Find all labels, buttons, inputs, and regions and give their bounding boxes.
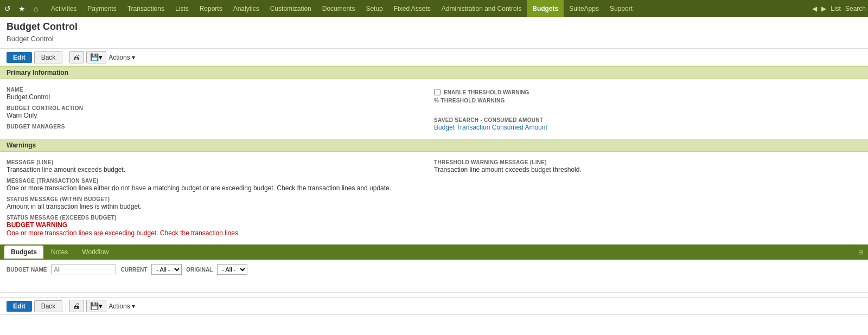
top-navigation: ↺ ★ ⌂ Activities Payments Transactions L… — [0, 0, 868, 17]
status-exceeds-value: One or more transaction lines are exceed… — [7, 229, 434, 237]
print-button-top[interactable]: 🖨 — [69, 51, 84, 63]
threshold-warning-label: THRESHOLD WARNING MESSAGE (LINE) — [434, 159, 861, 165]
nav-support[interactable]: Support — [604, 0, 638, 17]
primary-info-left: NAME Budget Control BUDGET CONTROL ACTIO… — [7, 85, 434, 133]
budget-table-area: BUDGET NAME CURRENT - All - ORIGINAL - A… — [0, 260, 868, 292]
threshold-pct-label: % THRESHOLD WARNING — [434, 98, 861, 104]
page-header: Budget Control Budget Control — [0, 17, 868, 49]
message-transaction-value: One or more transaction lines either do … — [7, 184, 434, 192]
tab-budgets[interactable]: Budgets — [4, 246, 43, 259]
nav-administration[interactable]: Administration and Controls — [436, 0, 527, 17]
budget-filter-row: BUDGET NAME CURRENT - All - ORIGINAL - A… — [7, 264, 861, 275]
nav-forward-arrow[interactable]: ▶ — [821, 5, 826, 12]
original-filter-label: ORIGINAL — [186, 267, 213, 273]
message-line-value: Transaction line amount exceeds budget. — [7, 166, 434, 173]
message-line-label: MESSAGE (LINE) — [7, 159, 434, 165]
status-within-value: Amount in all transaction lines is withi… — [7, 203, 434, 210]
nav-budgets[interactable]: Budgets — [527, 0, 564, 17]
budget-name-input[interactable] — [51, 265, 116, 274]
threshold-warning-value: Transaction line amount exceeds budget t… — [434, 166, 861, 173]
budget-control-action-label: BUDGET CONTROL ACTION — [7, 105, 434, 111]
nav-transactions[interactable]: Transactions — [122, 0, 170, 17]
edit-button-top[interactable]: Edit — [7, 52, 32, 63]
print-button-bottom[interactable]: 🖨 — [69, 300, 84, 312]
message-line-field: MESSAGE (LINE) Transaction line amount e… — [7, 157, 434, 176]
nav-activities[interactable]: Activities — [46, 0, 82, 17]
nav-suiteapps[interactable]: SuiteApps — [564, 0, 604, 17]
current-filter-label: CURRENT — [120, 267, 147, 273]
bottom-divider — [0, 292, 868, 293]
home-icon[interactable]: ⌂ — [30, 4, 41, 13]
toolbar-separator — [66, 53, 66, 62]
back-button-top[interactable]: Back — [34, 51, 63, 63]
nav-fixed-assets[interactable]: Fixed Assets — [388, 0, 436, 17]
warnings-left: MESSAGE (LINE) Transaction line amount e… — [7, 157, 434, 239]
status-exceeds-label: STATUS MESSAGE (EXCEEDS BUDGET) — [7, 215, 434, 221]
nav-lists[interactable]: Lists — [170, 0, 194, 17]
refresh-icon[interactable]: ↺ — [2, 4, 13, 13]
name-value: Budget Control — [7, 93, 434, 101]
nav-payments[interactable]: Payments — [82, 0, 122, 17]
tab-workflow[interactable]: Workflow — [75, 246, 115, 259]
enable-threshold-label: ENABLE THRESHOLD WARNING — [444, 89, 529, 95]
message-transaction-label: MESSAGE (TRANSACTION SAVE) — [7, 178, 434, 184]
nav-documents[interactable]: Documents — [317, 0, 361, 17]
nav-search-link[interactable]: Search — [845, 5, 866, 12]
page-title: Budget Control — [7, 21, 861, 33]
status-exceeds-title: BUDGET WARNING — [7, 221, 434, 229]
nav-icon-group: ↺ ★ ⌂ — [2, 4, 41, 13]
warnings-body: MESSAGE (LINE) Transaction line amount e… — [0, 152, 868, 244]
name-label: NAME — [7, 87, 434, 93]
tabs-bar: Budgets Notes Workflow ⊟ — [0, 244, 868, 260]
nav-items-list: Activities Payments Transactions Lists R… — [46, 0, 812, 17]
warnings-right: THRESHOLD WARNING MESSAGE (LINE) Transac… — [434, 157, 861, 239]
edit-button-bottom[interactable]: Edit — [7, 301, 32, 312]
bottom-toolbar: Edit Back 🖨 💾▾ Actions ▾ — [0, 297, 868, 315]
bottom-toolbar-separator — [66, 302, 66, 311]
nav-list-link[interactable]: List — [831, 5, 841, 12]
tab-notes[interactable]: Notes — [44, 246, 74, 259]
budget-managers-field: BUDGET MANAGERS — [7, 121, 434, 132]
primary-info-grid: NAME Budget Control BUDGET CONTROL ACTIO… — [7, 85, 861, 133]
saved-search-field: SAVED SEARCH - CONSUMED AMOUNT Budget Tr… — [434, 115, 861, 133]
nav-reports[interactable]: Reports — [194, 0, 228, 17]
budget-managers-label: BUDGET MANAGERS — [7, 124, 434, 130]
nav-analytics[interactable]: Analytics — [228, 0, 265, 17]
nav-setup[interactable]: Setup — [360, 0, 388, 17]
top-toolbar: Edit Back 🖨 💾▾ Actions ▾ — [0, 49, 868, 66]
enable-threshold-checkbox[interactable] — [434, 89, 441, 95]
warnings-header: Warnings — [0, 139, 868, 152]
budget-name-filter-label: BUDGET NAME — [7, 267, 47, 273]
spacer — [434, 106, 861, 115]
message-transaction-field: MESSAGE (TRANSACTION SAVE) One or more t… — [7, 176, 434, 194]
save-icon-button-bottom[interactable]: 💾▾ — [86, 300, 106, 312]
back-button-bottom[interactable]: Back — [34, 300, 63, 312]
star-icon[interactable]: ★ — [16, 4, 27, 13]
nav-right-area: ◀ ▶ List Search — [812, 5, 866, 12]
enable-threshold-row: ENABLE THRESHOLD WARNING — [434, 89, 861, 95]
primary-info-body: NAME Budget Control BUDGET CONTROL ACTIO… — [0, 79, 868, 139]
primary-info-right: ENABLE THRESHOLD WARNING % THRESHOLD WAR… — [434, 85, 861, 133]
original-filter-select[interactable]: - All - — [217, 264, 247, 275]
nav-customization[interactable]: Customization — [265, 0, 317, 17]
saved-search-value[interactable]: Budget Transaction Consumed Amount — [434, 124, 861, 131]
nav-back-arrow[interactable]: ◀ — [812, 5, 817, 12]
saved-search-label: SAVED SEARCH - CONSUMED AMOUNT — [434, 117, 861, 123]
threshold-pct-field: % THRESHOLD WARNING — [434, 95, 861, 106]
status-within-field: STATUS MESSAGE (WITHIN BUDGET) Amount in… — [7, 194, 434, 212]
threshold-warning-field: THRESHOLD WARNING MESSAGE (LINE) Transac… — [434, 157, 861, 176]
status-exceeds-field: STATUS MESSAGE (EXCEEDS BUDGET) BUDGET W… — [7, 212, 434, 239]
tabs-right-icon: ⊟ — [858, 248, 864, 256]
breadcrumb: Budget Control — [7, 35, 861, 43]
save-icon-button-top[interactable]: 💾▾ — [86, 51, 106, 63]
name-field: NAME Budget Control — [7, 85, 434, 103]
budget-control-action-field: BUDGET CONTROL ACTION Warn Only — [7, 103, 434, 121]
actions-button-top[interactable]: Actions ▾ — [108, 54, 135, 61]
status-within-label: STATUS MESSAGE (WITHIN BUDGET) — [7, 196, 434, 202]
current-filter-select[interactable]: - All - — [151, 264, 182, 275]
budget-control-action-value: Warn Only — [7, 112, 434, 119]
primary-info-header: Primary Information — [0, 66, 868, 79]
actions-button-bottom[interactable]: Actions ▾ — [108, 302, 135, 310]
